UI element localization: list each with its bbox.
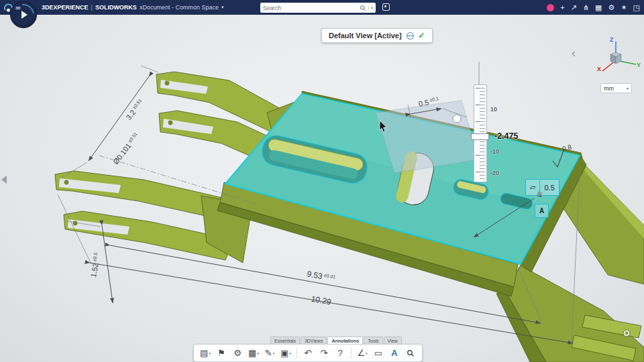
balloon-icon[interactable]: ⚑ [214, 346, 229, 361]
search-icon[interactable] [360, 5, 366, 11]
compass-play-icon[interactable] [21, 11, 28, 19]
top-bar: 3DEXPERIENCE | SOLIDWORKS xDocument - Co… [0, 0, 644, 15]
units-dropdown[interactable]: mm ▾ [600, 83, 632, 93]
table-icon[interactable]: ▦▾ [246, 346, 261, 361]
wrench-icon[interactable]: ⚙ [608, 4, 615, 11]
measure-angle-icon[interactable]: ∠▾ [355, 346, 370, 361]
view-note-icon[interactable]: ▤▾ [198, 346, 213, 361]
active-view-label: Default View [Active] [329, 32, 402, 40]
fullscreen-icon[interactable]: ◳ [633, 4, 640, 11]
tab-tools[interactable]: Tools [364, 337, 382, 344]
feature-control-frame[interactable]: ▱ 0.5 [525, 179, 559, 196]
search-box[interactable]: ▾ [260, 3, 376, 13]
toolbar-divider [297, 348, 297, 359]
dim-1-52: 1.52±0.5 [89, 252, 101, 278]
edit-annotation-icon[interactable]: ✎▾ [262, 346, 277, 361]
plane-drag-handle[interactable] [453, 115, 461, 123]
notifications-icon[interactable]: ✶ [621, 4, 627, 11]
solidworks-3dexperience-app: { "topbar": { "brand": "3DEXPERIENCE", "… [0, 0, 644, 362]
ruler-tick-minus20: -20 [490, 170, 499, 176]
active-view-pill[interactable]: Default View [Active] ✓ [321, 28, 433, 43]
gear-icon[interactable]: ⚙ [230, 346, 245, 361]
brand-3dexperience: 3DEXPERIENCE [42, 4, 89, 11]
document-title[interactable]: xDocument - Common Space [140, 4, 219, 11]
tab-annotations[interactable]: Annotations [327, 337, 363, 344]
font-icon[interactable]: A [387, 346, 402, 361]
search-options-caret-icon[interactable]: ▾ [368, 5, 373, 10]
stamp-icon[interactable]: ▣▾ [278, 346, 293, 361]
help-icon[interactable]: ? [333, 346, 347, 361]
tab-3dviews[interactable]: 3DViews [301, 337, 327, 344]
dim-9-53: 9.53±0.01 [306, 269, 336, 283]
orientation-triad[interactable]: Z Y X [592, 34, 641, 78]
ruler-pointer-handle[interactable] [471, 133, 489, 140]
datum-letter: A [539, 207, 544, 215]
measurement-readout: -2.475 [494, 131, 518, 141]
tab-essentials[interactable]: Essentials [270, 337, 300, 344]
check-icon: ✓ [419, 31, 425, 40]
redo-icon[interactable]: ↷ [317, 346, 331, 361]
dim-10-29: 10.29 [311, 294, 332, 307]
app-menu[interactable]: 3DEXPERIENCE | SOLIDWORKS xDocument - Co… [42, 4, 223, 11]
compass-3d-label: 3D [15, 6, 21, 10]
panel-collapse-arrow-icon[interactable] [1, 176, 7, 184]
3dexperience-compass[interactable]: 3D [10, 1, 37, 28]
document-caret-icon[interactable]: ▾ [221, 5, 224, 10]
ruler-tick-10: 10 [490, 106, 497, 113]
triad-x-label: X [597, 66, 601, 72]
annotation-toolbar: ▤▾ ⚑ ⚙ ▦▾ ✎▾ ▣▾ ↶ ↷ ? ∠▾ ▭ A [193, 344, 423, 362]
cad-part-model[interactable] [55, 72, 644, 362]
search-input[interactable] [263, 5, 360, 11]
undo-icon[interactable]: ↶ [301, 346, 315, 361]
zoom-icon[interactable] [403, 346, 418, 361]
previous-view-chevron[interactable]: ‹ [572, 47, 576, 59]
dim-3-2: 3.2±0.51 [124, 98, 145, 121]
share-arrow-icon[interactable]: ↗ [571, 4, 577, 11]
datum-label[interactable]: A [535, 204, 549, 218]
flatness-symbol-icon: ▱ [526, 180, 539, 195]
dim-dia-0101: Ø0.101±0.51 [111, 131, 141, 166]
plus-icon[interactable]: + [560, 4, 564, 11]
ribbon-tabs: Essentials 3DViews Annotations Tools Vie… [270, 337, 402, 344]
brand-divider: | [91, 4, 93, 11]
tag-icon[interactable] [382, 3, 390, 11]
triad-y-label: Y [637, 62, 641, 68]
section-plane[interactable] [376, 101, 479, 173]
units-value: mm [604, 85, 614, 92]
brand-solidworks: SOLIDWORKS [95, 4, 137, 11]
toolbar-divider [351, 348, 352, 359]
tab-view[interactable]: View [384, 337, 402, 344]
text-frame-icon[interactable]: ▭ [371, 346, 386, 361]
globe-icon [407, 32, 414, 40]
share-nodes-icon[interactable]: ⋔ [583, 4, 589, 11]
user-status-avatar[interactable] [547, 4, 554, 11]
triad-z-label: Z [610, 36, 614, 43]
apps-grid-icon[interactable]: ▦ [595, 4, 602, 11]
units-caret-icon: ▾ [627, 86, 629, 90]
ruler-tick-minus10: -10 [490, 148, 499, 155]
fcf-tolerance-value: 0.5 [539, 180, 558, 195]
